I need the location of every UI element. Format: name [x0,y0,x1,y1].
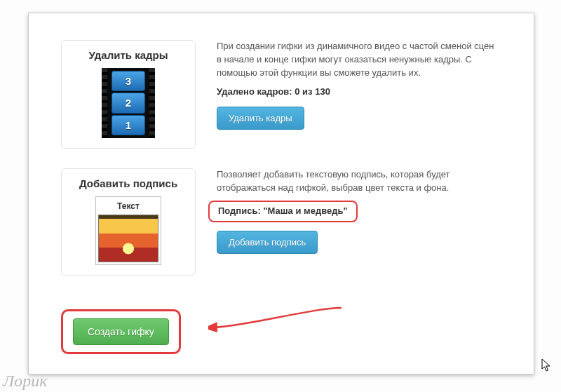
caption-thumb-label: Текст [98,199,158,215]
submit-highlight-box: Создать гифку [61,309,181,354]
filmstrip-frame: 1 [111,115,145,135]
main-panel: Удалить кадры 3 2 1 При создании гифки и… [28,13,534,374]
filmstrip-icon: 3 2 1 [102,68,155,138]
create-gif-button[interactable]: Создать гифку [73,318,169,345]
card-add-caption: Добавить подпись Текст [61,168,196,276]
card-caption-title: Добавить подпись [69,177,188,189]
delete-frames-button[interactable]: Удалить кадры [217,107,304,130]
section-add-caption: Добавить подпись Текст Позволяет добавит… [61,168,501,276]
annotation-arrow-icon [208,301,349,350]
caption-status: Подпись: "Маша и медведь" [218,205,348,218]
watermark-text: Лорик [3,372,47,391]
section-delete-frames: Удалить кадры 3 2 1 При создании гифки и… [61,40,501,149]
caption-description-block: Позволяет добавить текстовую подпись, ко… [217,168,501,276]
caption-thumb-wrapper: Текст [95,196,161,265]
caption-thumb-icon [98,215,158,262]
delete-status: Удалено кадров: 0 из 130 [217,86,501,99]
submit-row: Создать гифку [61,309,501,354]
delete-description-block: При создании гифки из динамичного видео … [217,40,501,149]
card-delete-title: Удалить кадры [69,49,188,61]
card-delete-frames: Удалить кадры 3 2 1 [61,40,196,149]
caption-status-highlight: Подпись: "Маша и медведь" [208,201,358,222]
filmstrip-frame: 2 [111,93,145,113]
delete-description-text: При создании гифки из динамичного видео … [217,40,501,80]
add-caption-button[interactable]: Добавить подпись [217,231,318,254]
filmstrip-frame: 3 [111,71,145,91]
caption-description-text: Позволяет добавить текстовую подпись, ко… [217,168,501,195]
mouse-cursor-icon [541,358,551,372]
page-root: Удалить кадры 3 2 1 При создании гифки и… [0,0,561,392]
